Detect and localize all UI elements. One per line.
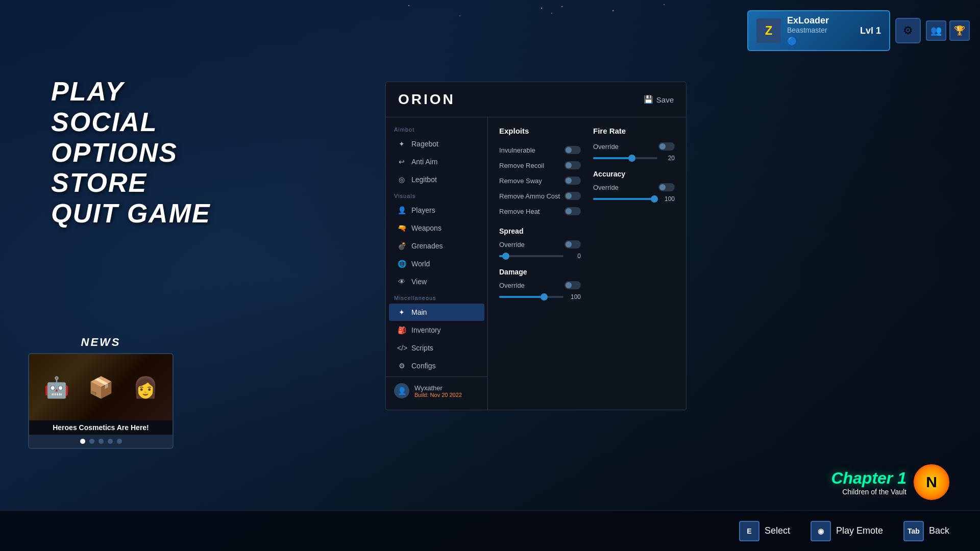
sidebar-item-grenades[interactable]: 💣 Grenades (389, 237, 484, 255)
menu-item-quit[interactable]: QUIT GAME (51, 198, 211, 229)
fire-rate-override-label: Override (593, 143, 619, 151)
news-dot-5[interactable] (117, 439, 122, 444)
icon-btn-1[interactable]: 👥 (926, 20, 946, 41)
accuracy-override-toggle[interactable] (658, 183, 675, 191)
remove-recoil-label: Remove Recoil (499, 162, 544, 169)
user-info: ExLoader Beastmaster 🔵 (787, 15, 854, 46)
toggle-remove-sway: Remove Sway (499, 173, 581, 188)
ragebot-icon: ✦ (397, 140, 406, 148)
fire-rate-override-toggle[interactable] (658, 142, 675, 151)
sidebar-item-antiaim[interactable]: ↩ Anti Aim (389, 153, 484, 170)
bottom-bar: E Select ◉ Play Emote Tab Back (0, 510, 980, 551)
user-card: Z ExLoader Beastmaster 🔵 Lvl 1 (747, 10, 890, 51)
news-card[interactable]: 🤖 📦 👩 Heroes Cosmetics Are Here! (28, 353, 174, 449)
menu-item-play[interactable]: PLAY (51, 77, 211, 107)
sidebar-footer: 👤 Wyxather Build: Nov 20 2022 (386, 377, 487, 405)
damage-slider-container: 100 (499, 293, 581, 300)
spread-override-toggle[interactable] (565, 240, 581, 248)
fire-rate-override-row: Override (593, 142, 675, 151)
fire-rate-slider-thumb[interactable] (628, 155, 635, 162)
spread-override-label: Override (499, 241, 525, 248)
build-label: Build: (414, 392, 429, 398)
spread-value: 0 (569, 253, 581, 260)
spread-slider-thumb[interactable] (502, 253, 509, 260)
menu-item-options[interactable]: OPTIONS (51, 138, 211, 168)
sidebar-item-ragebot[interactable]: ✦ Ragebot (389, 135, 484, 153)
save-icon: 💾 (644, 95, 653, 104)
back-key: Tab (903, 521, 924, 541)
menu-item-social[interactable]: SOCIAL (51, 107, 211, 138)
sidebar-item-inventory[interactable]: 🎒 Inventory (389, 321, 484, 339)
spread-slider-container: 0 (499, 253, 581, 260)
orion-content: Exploits Invulnerable Remove Recoil Remo… (488, 117, 686, 383)
emote-key: ◉ (811, 521, 831, 541)
news-dot-1[interactable] (80, 439, 85, 444)
configs-icon: ⚙ (397, 362, 406, 370)
action-back[interactable]: Tab Back (903, 521, 949, 541)
sidebar-item-configs[interactable]: ⚙ Configs (389, 357, 484, 374)
fire-rate-title: Fire Rate (593, 127, 675, 135)
main-icon: ✦ (397, 308, 406, 316)
legitbot-label: Legitbot (411, 176, 437, 184)
news-label: NEWS (28, 336, 174, 349)
fire-rate-value: 20 (663, 155, 675, 162)
damage-value-row: 100 (499, 293, 581, 300)
orion-header: ORION 💾 Save (386, 82, 686, 117)
fire-rate-value-row: 20 (593, 155, 675, 162)
view-icon: 👁 (397, 278, 406, 286)
menu-item-store[interactable]: STORE (51, 168, 211, 198)
damage-override-label: Override (499, 282, 525, 289)
remove-ammo-toggle[interactable] (565, 192, 581, 200)
ragebot-label: Ragebot (411, 140, 438, 148)
remove-ammo-label: Remove Ammo Cost (499, 192, 560, 200)
damage-title: Damage (499, 268, 581, 276)
sidebar-item-players[interactable]: 👤 Players (389, 202, 484, 219)
players-label: Players (411, 206, 435, 214)
action-select[interactable]: E Select (739, 521, 790, 541)
sidebar-item-weapons[interactable]: 🔫 Weapons (389, 219, 484, 237)
main-menu: PLAY SOCIAL OPTIONS STORE QUIT GAME (51, 77, 211, 229)
sidebar-item-scripts[interactable]: </> Scripts (389, 339, 484, 357)
action-emote[interactable]: ◉ Play Emote (811, 521, 883, 541)
accuracy-title: Accuracy (593, 170, 675, 178)
damage-override-toggle[interactable] (565, 281, 581, 289)
antiaim-icon: ↩ (397, 158, 406, 166)
weapons-icon: 🔫 (397, 224, 406, 232)
news-title: Heroes Cosmetics Are Here! (29, 420, 173, 435)
user-class: Beastmaster (787, 26, 854, 34)
news-char-3: 👩 (133, 375, 158, 399)
sidebar-item-view[interactable]: 👁 View (389, 273, 484, 290)
chapter-logo: N (914, 464, 949, 500)
avatar: Z (756, 18, 781, 43)
remove-sway-toggle[interactable] (565, 177, 581, 185)
user-name: ExLoader (787, 15, 854, 26)
accuracy-override-label: Override (593, 184, 619, 191)
inventory-label: Inventory (411, 326, 441, 334)
remove-recoil-toggle[interactable] (565, 161, 581, 169)
invulnerable-toggle[interactable] (565, 146, 581, 154)
news-dot-3[interactable] (99, 439, 104, 444)
orion-body: Aimbot ✦ Ragebot ↩ Anti Aim ◎ Legitbot V… (386, 117, 686, 410)
toggle-remove-heat: Remove Heat (499, 204, 581, 219)
view-label: View (411, 278, 427, 286)
left-content-col: Exploits Invulnerable Remove Recoil Remo… (499, 127, 581, 305)
damage-slider-thumb[interactable] (541, 293, 548, 300)
settings-button[interactable]: ⚙ (895, 18, 921, 43)
chapter-number: Chapter 1 (831, 469, 906, 488)
grenades-label: Grenades (411, 242, 443, 250)
remove-heat-toggle[interactable] (565, 207, 581, 215)
news-dot-2[interactable] (89, 439, 94, 444)
currency-icon: 🔵 (787, 36, 797, 46)
icon-btn-2[interactable]: 🏆 (949, 20, 970, 41)
toggle-remove-recoil: Remove Recoil (499, 158, 581, 173)
sidebar-item-world[interactable]: 🌐 World (389, 255, 484, 272)
sidebar-item-main[interactable]: ✦ Main (389, 304, 484, 321)
user-panel: Z ExLoader Beastmaster 🔵 Lvl 1 ⚙ 👥 🏆 (747, 10, 970, 51)
sidebar-item-legitbot[interactable]: ◎ Legitbot (389, 171, 484, 188)
main-label: Main (411, 308, 427, 316)
save-button[interactable]: 💾 Save (644, 95, 674, 104)
configs-label: Configs (411, 362, 435, 370)
news-dot-4[interactable] (108, 439, 113, 444)
accuracy-slider-thumb[interactable] (651, 195, 658, 203)
grenades-icon: 💣 (397, 242, 406, 250)
